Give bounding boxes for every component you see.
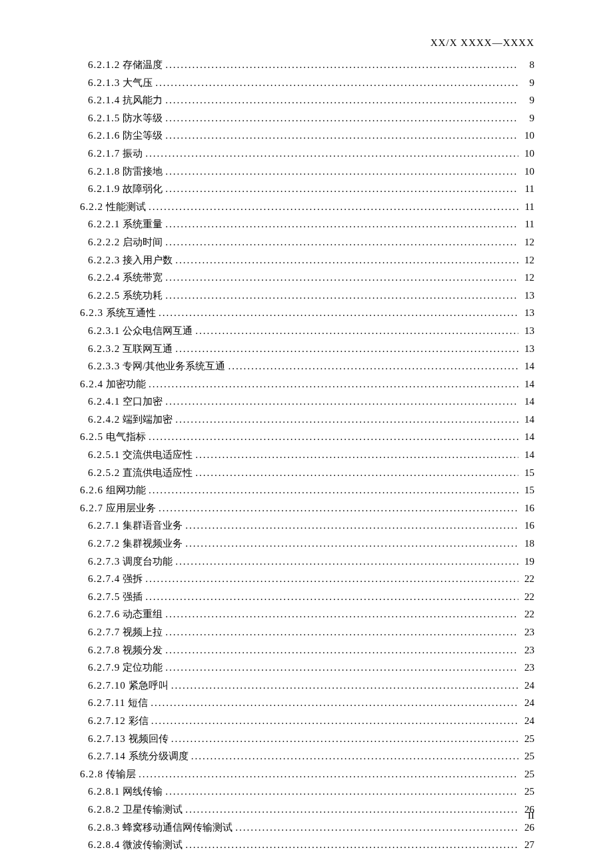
toc-entry[interactable]: 6.2.2.3接入用户数12 — [80, 254, 534, 266]
toc-entry[interactable]: 6.2.7.8视频分发23 — [80, 644, 534, 656]
toc-entry-number: 6.2.7.6 — [88, 608, 120, 620]
toc-leader-dots — [165, 608, 518, 620]
toc-entry[interactable]: 6.2.7.3调度台功能19 — [80, 555, 534, 567]
toc-entry[interactable]: 6.2.8.2卫星传输测试26 — [80, 803, 534, 815]
toc-entry-number: 6.2.4.2 — [88, 413, 120, 425]
toc-leader-dots — [165, 129, 518, 141]
toc-entry[interactable]: 6.2.7.10紧急呼叫24 — [80, 679, 534, 691]
toc-leader-dots — [165, 661, 518, 673]
toc-entry[interactable]: 6.2.7.4强拆22 — [80, 573, 534, 585]
toc-entry-title: 振动 — [123, 147, 143, 159]
toc-entry-number: 6.2.7.3 — [88, 555, 120, 567]
toc-leader-dots — [165, 183, 518, 195]
toc-entry-page: 8 — [521, 59, 534, 71]
toc-entry[interactable]: 6.2.5.1交流供电适应性14 — [80, 449, 534, 461]
toc-entry-title: 视频分发 — [123, 644, 163, 656]
toc-leader-dots — [165, 289, 518, 301]
toc-entry-number: 6.2.2 — [80, 201, 103, 213]
page-number-footer: II — [528, 810, 534, 821]
toc-entry[interactable]: 6.2.7.6动态重组22 — [80, 608, 534, 620]
toc-entry[interactable]: 6.2.7.13视频回传25 — [80, 733, 534, 745]
toc-entry[interactable]: 6.2.3系统互通性13 — [80, 307, 534, 319]
toc-entry[interactable]: 6.2.7应用层业务16 — [80, 502, 534, 514]
toc-entry[interactable]: 6.2.7.5强插22 — [80, 591, 534, 603]
toc-entry-number: 6.2.1.5 — [88, 112, 120, 124]
toc-leader-dots — [159, 502, 518, 514]
toc-entry-title: 系统带宽 — [123, 271, 163, 283]
toc-entry[interactable]: 6.2.8传输层25 — [80, 768, 534, 780]
toc-entry-page: 22 — [521, 573, 534, 585]
toc-entry-title: 启动时间 — [123, 236, 163, 248]
toc-entry-number: 6.2.7.9 — [88, 661, 120, 673]
toc-entry-page: 25 — [521, 768, 534, 780]
toc-entry[interactable]: 6.2.2.1系统重量11 — [80, 218, 534, 230]
toc-entry-page: 11 — [521, 218, 534, 230]
toc-entry[interactable]: 6.2.2.2启动时间12 — [80, 236, 534, 248]
toc-entry[interactable]: 6.2.1.5防水等级9 — [80, 112, 534, 124]
toc-entry[interactable]: 6.2.7.11短信24 — [80, 697, 534, 709]
toc-entry-number: 6.2.2.1 — [88, 218, 120, 230]
toc-entry[interactable]: 6.2.1.3大气压9 — [80, 77, 534, 89]
toc-entry[interactable]: 6.2.4加密功能14 — [80, 378, 534, 390]
toc-leader-dots — [149, 201, 518, 213]
toc-entry[interactable]: 6.2.3.2互联网互通13 — [80, 343, 534, 355]
toc-entry[interactable]: 6.2.2.5系统功耗13 — [80, 289, 534, 301]
toc-entry-page: 14 — [521, 378, 534, 390]
toc-entry[interactable]: 6.2.4.1空口加密14 — [80, 395, 534, 407]
toc-entry[interactable]: 6.2.1.2存储温度8 — [80, 59, 534, 71]
toc-entry[interactable]: 6.2.7.12彩信24 — [80, 715, 534, 727]
toc-entry-number: 6.2.2.2 — [88, 236, 120, 248]
toc-entry-title: 公众电信网互通 — [123, 325, 193, 337]
toc-entry-page: 24 — [521, 697, 534, 709]
toc-entry-number: 6.2.2.3 — [88, 254, 120, 266]
toc-entry-page: 14 — [521, 395, 534, 407]
toc-entry[interactable]: 6.2.7.1集群语音业务16 — [80, 519, 534, 531]
toc-entry-title: 端到端加密 — [123, 413, 173, 425]
toc-leader-dots — [185, 537, 518, 549]
toc-entry-page: 18 — [521, 537, 534, 549]
toc-leader-dots — [185, 803, 518, 815]
toc-entry-page: 25 — [521, 785, 534, 797]
toc-entry-number: 6.2.7.4 — [88, 573, 120, 585]
toc-entry[interactable]: 6.2.6组网功能15 — [80, 484, 534, 496]
toc-entry-title: 调度台功能 — [123, 555, 173, 567]
toc-entry-page: 14 — [521, 413, 534, 425]
toc-entry-title: 网线传输 — [123, 785, 163, 797]
toc-entry[interactable]: 6.2.1.6防尘等级10 — [80, 129, 534, 141]
toc-entry-page: 14 — [521, 360, 534, 372]
toc-entry[interactable]: 6.2.5.2直流供电适应性15 — [80, 467, 534, 479]
toc-entry[interactable]: 6.2.4.2端到端加密14 — [80, 413, 534, 425]
toc-entry[interactable]: 6.2.1.7振动10 — [80, 147, 534, 159]
toc-entry[interactable]: 6.2.7.7视频上拉23 — [80, 626, 534, 638]
toc-entry[interactable]: 6.2.8.3蜂窝移动通信网传输测试26 — [80, 821, 534, 833]
toc-entry[interactable]: 6.2.1.9故障弱化11 — [80, 183, 534, 195]
toc-entry[interactable]: 6.2.8.1网线传输25 — [80, 785, 534, 797]
toc-entry-page: 22 — [521, 591, 534, 603]
toc-entry[interactable]: 6.2.5电气指标14 — [80, 431, 534, 443]
toc-entry-number: 6.2.1.8 — [88, 165, 120, 177]
toc-entry-page: 10 — [521, 129, 534, 141]
toc-entry[interactable]: 6.2.3.3专网/其他业务系统互通14 — [80, 360, 534, 372]
toc-entry[interactable]: 6.2.2性能测试11 — [80, 201, 534, 213]
toc-entry-title: 交流供电适应性 — [123, 449, 193, 461]
toc-entry-page: 14 — [521, 431, 534, 443]
toc-entry[interactable]: 6.2.1.8防雷接地10 — [80, 165, 534, 177]
toc-entry[interactable]: 6.2.2.4系统带宽12 — [80, 271, 534, 283]
toc-entry[interactable]: 6.2.8.4微波传输测试27 — [80, 839, 534, 851]
toc-entry-number: 6.2.7.11 — [88, 697, 125, 709]
toc-entry-page: 25 — [521, 750, 534, 762]
toc-entry[interactable]: 6.2.7.9定位功能23 — [80, 661, 534, 673]
toc-entry-title: 微波传输测试 — [123, 839, 183, 851]
toc-leader-dots — [165, 395, 518, 407]
toc-entry-title: 防水等级 — [123, 112, 163, 124]
toc-entry[interactable]: 6.2.3.1公众电信网互通13 — [80, 325, 534, 337]
toc-entry-page: 9 — [521, 94, 534, 106]
toc-entry-title: 性能测试 — [106, 201, 146, 213]
toc-entry[interactable]: 6.2.7.14系统分级调度25 — [80, 750, 534, 762]
toc-entry[interactable]: 6.2.7.2集群视频业务18 — [80, 537, 534, 549]
toc-entry-number: 6.2.2.4 — [88, 271, 120, 283]
toc-entry-number: 6.2.7.14 — [88, 750, 126, 762]
toc-entry[interactable]: 6.2.1.4抗风能力9 — [80, 94, 534, 106]
toc-entry-page: 10 — [521, 147, 534, 159]
toc-entry-title: 强拆 — [123, 573, 143, 585]
